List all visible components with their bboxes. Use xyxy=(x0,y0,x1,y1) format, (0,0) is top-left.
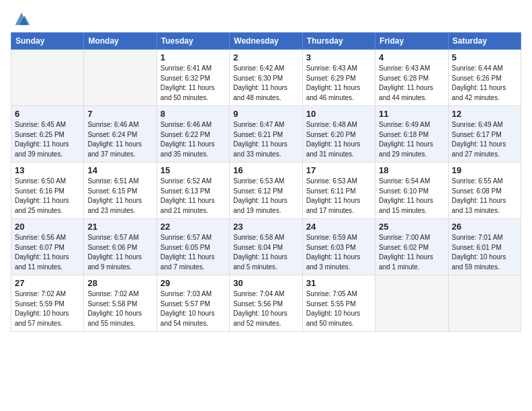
day-number: 10 xyxy=(306,109,371,119)
day-info: Sunrise: 6:57 AM Sunset: 6:05 PM Dayligh… xyxy=(161,233,226,272)
calendar-cell: 9Sunrise: 6:47 AM Sunset: 6:21 PM Daylig… xyxy=(230,106,302,163)
day-info: Sunrise: 6:48 AM Sunset: 6:20 PM Dayligh… xyxy=(306,120,371,159)
calendar-cell: 30Sunrise: 7:04 AM Sunset: 5:56 PM Dayli… xyxy=(230,275,302,332)
calendar-cell: 11Sunrise: 6:49 AM Sunset: 6:18 PM Dayli… xyxy=(375,106,448,163)
day-number: 17 xyxy=(306,165,371,175)
day-info: Sunrise: 6:50 AM Sunset: 6:16 PM Dayligh… xyxy=(15,177,80,216)
calendar-header-row: SundayMondayTuesdayWednesdayThursdayFrid… xyxy=(11,33,521,50)
day-info: Sunrise: 6:55 AM Sunset: 6:08 PM Dayligh… xyxy=(452,177,517,216)
calendar-cell xyxy=(448,275,521,332)
calendar-cell: 24Sunrise: 6:59 AM Sunset: 6:03 PM Dayli… xyxy=(302,219,375,275)
calendar-week-row: 20Sunrise: 6:56 AM Sunset: 6:07 PM Dayli… xyxy=(11,219,521,275)
day-info: Sunrise: 6:53 AM Sunset: 6:11 PM Dayligh… xyxy=(306,177,371,216)
calendar-cell: 3Sunrise: 6:43 AM Sunset: 6:29 PM Daylig… xyxy=(302,50,375,106)
day-info: Sunrise: 6:45 AM Sunset: 6:25 PM Dayligh… xyxy=(15,120,80,159)
day-number: 1 xyxy=(161,52,226,62)
calendar: SundayMondayTuesdayWednesdayThursdayFrid… xyxy=(11,32,521,332)
weekday-header-monday: Monday xyxy=(84,33,157,50)
calendar-cell: 21Sunrise: 6:57 AM Sunset: 6:06 PM Dayli… xyxy=(84,219,157,275)
day-info: Sunrise: 6:52 AM Sunset: 6:13 PM Dayligh… xyxy=(161,177,226,216)
weekday-header-thursday: Thursday xyxy=(302,33,375,50)
day-info: Sunrise: 6:46 AM Sunset: 6:24 PM Dayligh… xyxy=(87,120,152,159)
day-number: 12 xyxy=(452,109,517,119)
day-number: 5 xyxy=(452,52,517,62)
calendar-cell: 14Sunrise: 6:51 AM Sunset: 6:15 PM Dayli… xyxy=(84,163,157,219)
day-number: 25 xyxy=(379,222,444,232)
calendar-cell: 18Sunrise: 6:54 AM Sunset: 6:10 PM Dayli… xyxy=(375,163,448,219)
logo xyxy=(11,9,31,28)
day-number: 9 xyxy=(233,109,298,119)
day-number: 26 xyxy=(452,222,517,232)
calendar-cell xyxy=(11,50,84,106)
day-info: Sunrise: 7:01 AM Sunset: 6:01 PM Dayligh… xyxy=(452,233,517,272)
day-number: 4 xyxy=(379,52,444,62)
calendar-cell: 5Sunrise: 6:44 AM Sunset: 6:26 PM Daylig… xyxy=(448,50,521,106)
calendar-cell: 1Sunrise: 6:41 AM Sunset: 6:32 PM Daylig… xyxy=(157,50,229,106)
day-number: 24 xyxy=(306,222,371,232)
day-number: 2 xyxy=(233,52,298,62)
day-info: Sunrise: 6:43 AM Sunset: 6:28 PM Dayligh… xyxy=(379,64,444,103)
day-number: 14 xyxy=(87,165,152,175)
day-info: Sunrise: 6:59 AM Sunset: 6:03 PM Dayligh… xyxy=(306,233,371,272)
calendar-week-row: 1Sunrise: 6:41 AM Sunset: 6:32 PM Daylig… xyxy=(11,50,521,106)
weekday-header-saturday: Saturday xyxy=(448,33,521,50)
day-info: Sunrise: 6:43 AM Sunset: 6:29 PM Dayligh… xyxy=(306,64,371,103)
weekday-header-friday: Friday xyxy=(375,33,448,50)
day-info: Sunrise: 7:03 AM Sunset: 5:57 PM Dayligh… xyxy=(161,289,226,328)
calendar-cell xyxy=(375,275,448,332)
calendar-body: 1Sunrise: 6:41 AM Sunset: 6:32 PM Daylig… xyxy=(11,50,521,332)
day-info: Sunrise: 6:49 AM Sunset: 6:18 PM Dayligh… xyxy=(379,120,444,159)
calendar-week-row: 27Sunrise: 7:02 AM Sunset: 5:59 PM Dayli… xyxy=(11,275,521,332)
calendar-cell: 13Sunrise: 6:50 AM Sunset: 6:16 PM Dayli… xyxy=(11,163,84,219)
day-number: 19 xyxy=(452,165,517,175)
day-info: Sunrise: 6:53 AM Sunset: 6:12 PM Dayligh… xyxy=(233,177,298,216)
calendar-cell xyxy=(84,50,157,106)
day-info: Sunrise: 6:58 AM Sunset: 6:04 PM Dayligh… xyxy=(233,233,298,272)
day-number: 27 xyxy=(15,278,80,288)
day-number: 21 xyxy=(87,222,152,232)
day-number: 18 xyxy=(379,165,444,175)
day-number: 23 xyxy=(233,222,298,232)
calendar-cell: 22Sunrise: 6:57 AM Sunset: 6:05 PM Dayli… xyxy=(157,219,229,275)
day-number: 29 xyxy=(161,278,226,288)
calendar-cell: 19Sunrise: 6:55 AM Sunset: 6:08 PM Dayli… xyxy=(448,163,521,219)
day-info: Sunrise: 6:56 AM Sunset: 6:07 PM Dayligh… xyxy=(15,233,80,272)
day-number: 7 xyxy=(87,109,152,119)
day-number: 31 xyxy=(306,278,371,288)
calendar-cell: 29Sunrise: 7:03 AM Sunset: 5:57 PM Dayli… xyxy=(157,275,229,332)
calendar-cell: 26Sunrise: 7:01 AM Sunset: 6:01 PM Dayli… xyxy=(448,219,521,275)
day-info: Sunrise: 7:05 AM Sunset: 5:55 PM Dayligh… xyxy=(306,289,371,328)
day-info: Sunrise: 6:51 AM Sunset: 6:15 PM Dayligh… xyxy=(87,177,152,216)
weekday-header-sunday: Sunday xyxy=(11,33,84,50)
calendar-cell: 6Sunrise: 6:45 AM Sunset: 6:25 PM Daylig… xyxy=(11,106,84,163)
calendar-cell: 10Sunrise: 6:48 AM Sunset: 6:20 PM Dayli… xyxy=(302,106,375,163)
day-number: 30 xyxy=(233,278,298,288)
day-number: 15 xyxy=(161,165,226,175)
day-number: 3 xyxy=(306,52,371,62)
day-info: Sunrise: 6:47 AM Sunset: 6:21 PM Dayligh… xyxy=(233,120,298,159)
day-info: Sunrise: 6:42 AM Sunset: 6:30 PM Dayligh… xyxy=(233,64,298,103)
day-info: Sunrise: 6:57 AM Sunset: 6:06 PM Dayligh… xyxy=(87,233,152,272)
weekday-header-tuesday: Tuesday xyxy=(157,33,229,50)
calendar-cell: 7Sunrise: 6:46 AM Sunset: 6:24 PM Daylig… xyxy=(84,106,157,163)
page: SundayMondayTuesdayWednesdayThursdayFrid… xyxy=(0,0,532,342)
day-number: 11 xyxy=(379,109,444,119)
day-info: Sunrise: 7:02 AM Sunset: 5:58 PM Dayligh… xyxy=(87,289,152,328)
day-info: Sunrise: 7:02 AM Sunset: 5:59 PM Dayligh… xyxy=(15,289,80,328)
calendar-cell: 15Sunrise: 6:52 AM Sunset: 6:13 PM Dayli… xyxy=(157,163,229,219)
day-info: Sunrise: 7:04 AM Sunset: 5:56 PM Dayligh… xyxy=(233,289,298,328)
calendar-cell: 20Sunrise: 6:56 AM Sunset: 6:07 PM Dayli… xyxy=(11,219,84,275)
day-info: Sunrise: 7:00 AM Sunset: 6:02 PM Dayligh… xyxy=(379,233,444,272)
calendar-cell: 25Sunrise: 7:00 AM Sunset: 6:02 PM Dayli… xyxy=(375,219,448,275)
calendar-cell: 2Sunrise: 6:42 AM Sunset: 6:30 PM Daylig… xyxy=(230,50,302,106)
calendar-cell: 17Sunrise: 6:53 AM Sunset: 6:11 PM Dayli… xyxy=(302,163,375,219)
calendar-cell: 8Sunrise: 6:46 AM Sunset: 6:22 PM Daylig… xyxy=(157,106,229,163)
calendar-cell: 4Sunrise: 6:43 AM Sunset: 6:28 PM Daylig… xyxy=(375,50,448,106)
calendar-cell: 16Sunrise: 6:53 AM Sunset: 6:12 PM Dayli… xyxy=(230,163,302,219)
day-info: Sunrise: 6:41 AM Sunset: 6:32 PM Dayligh… xyxy=(161,64,226,103)
day-info: Sunrise: 6:54 AM Sunset: 6:10 PM Dayligh… xyxy=(379,177,444,216)
calendar-cell: 31Sunrise: 7:05 AM Sunset: 5:55 PM Dayli… xyxy=(302,275,375,332)
day-number: 22 xyxy=(161,222,226,232)
day-info: Sunrise: 6:49 AM Sunset: 6:17 PM Dayligh… xyxy=(452,120,517,159)
day-info: Sunrise: 6:44 AM Sunset: 6:26 PM Dayligh… xyxy=(452,64,517,103)
